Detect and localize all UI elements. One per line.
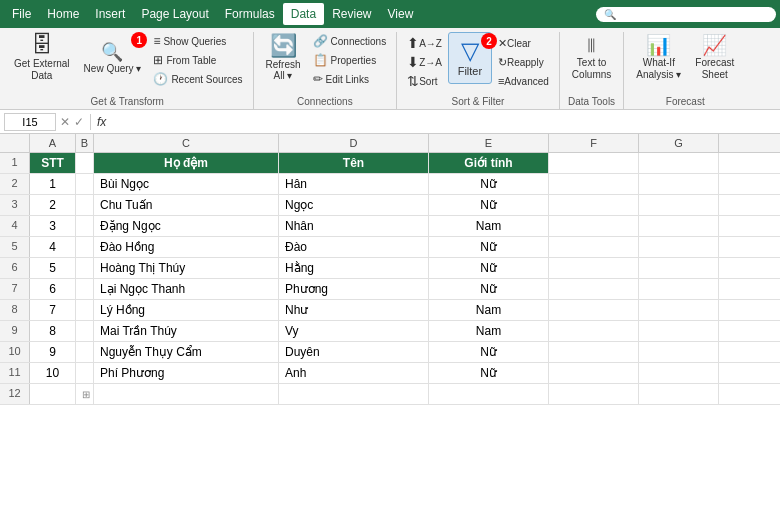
- cell-ho-dem[interactable]: Phí Phương: [94, 363, 279, 383]
- cell-ho-dem[interactable]: [94, 384, 279, 404]
- advanced-button[interactable]: ≡ Advanced: [494, 72, 553, 90]
- filter-button[interactable]: ▽ Filter 2: [448, 32, 492, 84]
- cell-ten[interactable]: Như: [279, 300, 429, 320]
- menu-home[interactable]: Home: [39, 3, 87, 25]
- menu-insert[interactable]: Insert: [87, 3, 133, 25]
- cell-stt[interactable]: 7: [30, 300, 76, 320]
- cell-gioi-tinh[interactable]: Nữ: [429, 363, 549, 383]
- menu-data[interactable]: Data: [283, 3, 324, 25]
- cell-c1[interactable]: Họ đệm: [94, 153, 279, 173]
- col-header-b[interactable]: B: [76, 134, 94, 152]
- cell-f[interactable]: [549, 384, 639, 404]
- cell-stt[interactable]: [30, 384, 76, 404]
- cell-gioi-tinh[interactable]: Nữ: [429, 258, 549, 278]
- cell-b[interactable]: [76, 279, 94, 299]
- cancel-icon[interactable]: ✕: [60, 115, 70, 129]
- cell-ten[interactable]: Ngọc: [279, 195, 429, 215]
- sort-za-button[interactable]: ⬇ Z→A: [403, 53, 446, 71]
- cell-gioi-tinh[interactable]: Nữ: [429, 342, 549, 362]
- forecast-sheet-button[interactable]: 📈 ForecastSheet: [689, 32, 740, 84]
- cell-g[interactable]: [639, 279, 719, 299]
- cell-g[interactable]: [639, 384, 719, 404]
- cell-gioi-tinh[interactable]: Nữ: [429, 279, 549, 299]
- menu-review[interactable]: Review: [324, 3, 379, 25]
- cell-g[interactable]: [639, 258, 719, 278]
- cell-b[interactable]: [76, 363, 94, 383]
- cell-f[interactable]: [549, 216, 639, 236]
- clear-button[interactable]: ✕ Clear: [494, 34, 553, 52]
- cell-f[interactable]: [549, 363, 639, 383]
- cell-f[interactable]: [549, 300, 639, 320]
- cell-b[interactable]: [76, 321, 94, 341]
- cell-g[interactable]: [639, 195, 719, 215]
- menu-view[interactable]: View: [380, 3, 422, 25]
- cell-ten[interactable]: Anh: [279, 363, 429, 383]
- cell-b[interactable]: [76, 174, 94, 194]
- reapply-button[interactable]: ↻ Reapply: [494, 53, 553, 71]
- cell-f[interactable]: [549, 258, 639, 278]
- cell-ho-dem[interactable]: Lý Hồng: [94, 300, 279, 320]
- cell-f[interactable]: [549, 342, 639, 362]
- cell-f[interactable]: [549, 237, 639, 257]
- cell-g[interactable]: [639, 300, 719, 320]
- cell-stt[interactable]: 3: [30, 216, 76, 236]
- search-box[interactable]: 🔍: [596, 7, 776, 22]
- col-header-e[interactable]: E: [429, 134, 549, 152]
- col-header-d[interactable]: D: [279, 134, 429, 152]
- cell-d1[interactable]: Tên: [279, 153, 429, 173]
- new-query-button[interactable]: 🔍 New Query ▾ 1: [78, 32, 148, 84]
- cell-g[interactable]: [639, 216, 719, 236]
- cell-g1[interactable]: [639, 153, 719, 173]
- cell-stt[interactable]: 9: [30, 342, 76, 362]
- menu-page-layout[interactable]: Page Layout: [133, 3, 216, 25]
- cell-ho-dem[interactable]: Lại Ngọc Thanh: [94, 279, 279, 299]
- menu-file[interactable]: File: [4, 3, 39, 25]
- sort-button[interactable]: ⇅ Sort: [403, 72, 446, 90]
- recent-sources-button[interactable]: 🕐 Recent Sources: [149, 70, 246, 88]
- cell-stt[interactable]: 4: [30, 237, 76, 257]
- cell-f[interactable]: [549, 195, 639, 215]
- cell-ten[interactable]: Duyên: [279, 342, 429, 362]
- cell-f[interactable]: [549, 174, 639, 194]
- cell-ten[interactable]: Hằng: [279, 258, 429, 278]
- col-header-g[interactable]: G: [639, 134, 719, 152]
- cell-ho-dem[interactable]: Hoàng Thị Thúy: [94, 258, 279, 278]
- cell-g[interactable]: [639, 363, 719, 383]
- connections-button[interactable]: 🔗 Connections: [309, 32, 391, 50]
- cell-b[interactable]: [76, 216, 94, 236]
- cell-reference-box[interactable]: [4, 113, 56, 131]
- cell-b[interactable]: [76, 342, 94, 362]
- cell-b[interactable]: ⊞: [76, 384, 94, 404]
- cell-gioi-tinh[interactable]: Nữ: [429, 195, 549, 215]
- properties-button[interactable]: 📋 Properties: [309, 51, 391, 69]
- cell-g[interactable]: [639, 174, 719, 194]
- show-queries-button[interactable]: ≡ Show Queries: [149, 32, 246, 50]
- refresh-all-button[interactable]: 🔄 RefreshAll ▾: [260, 32, 307, 84]
- cell-gioi-tinh[interactable]: Nam: [429, 300, 549, 320]
- cell-gioi-tinh[interactable]: Nữ: [429, 174, 549, 194]
- cell-ten[interactable]: Nhân: [279, 216, 429, 236]
- edit-links-button[interactable]: ✏ Edit Links: [309, 70, 391, 88]
- get-external-data-button[interactable]: 🗄 Get ExternalData: [8, 32, 76, 84]
- cell-g[interactable]: [639, 237, 719, 257]
- cell-e1[interactable]: Giới tính: [429, 153, 549, 173]
- cell-gioi-tinh[interactable]: Nữ: [429, 237, 549, 257]
- cell-ten[interactable]: [279, 384, 429, 404]
- cell-b[interactable]: [76, 195, 94, 215]
- cell-gioi-tinh[interactable]: [429, 384, 549, 404]
- cell-f[interactable]: [549, 321, 639, 341]
- cell-ho-dem[interactable]: Đào Hồng: [94, 237, 279, 257]
- confirm-icon[interactable]: ✓: [74, 115, 84, 129]
- sort-az-button[interactable]: ⬆ A→Z: [403, 34, 446, 52]
- cell-ho-dem[interactable]: Chu Tuấn: [94, 195, 279, 215]
- cell-stt[interactable]: 6: [30, 279, 76, 299]
- cell-ten[interactable]: Phương: [279, 279, 429, 299]
- cell-b[interactable]: [76, 237, 94, 257]
- cell-gioi-tinh[interactable]: Nam: [429, 216, 549, 236]
- cell-stt[interactable]: 2: [30, 195, 76, 215]
- col-header-a[interactable]: A: [30, 134, 76, 152]
- menu-formulas[interactable]: Formulas: [217, 3, 283, 25]
- cell-ten[interactable]: Hân: [279, 174, 429, 194]
- cell-g[interactable]: [639, 321, 719, 341]
- cell-f1[interactable]: [549, 153, 639, 173]
